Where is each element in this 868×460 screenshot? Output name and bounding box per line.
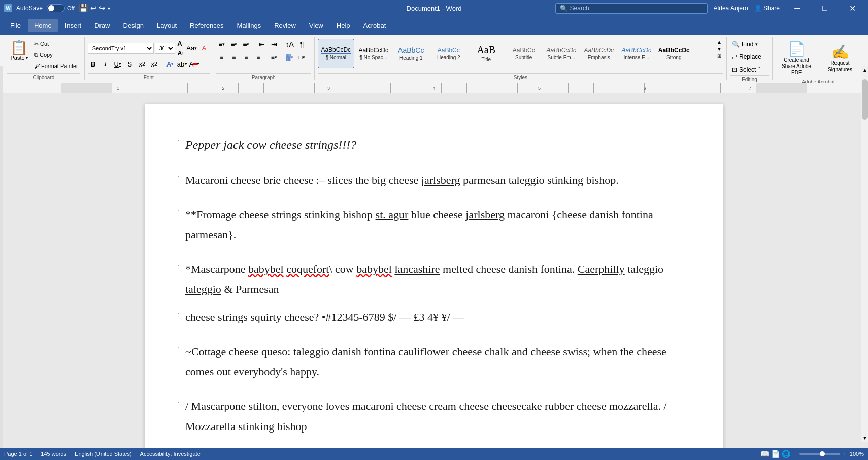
bullets-button[interactable]: ≡▾ xyxy=(216,39,227,50)
change-case-button[interactable]: Aa▾ xyxy=(186,43,197,54)
styles-scroll-up[interactable]: ▲ xyxy=(715,39,723,45)
user-name[interactable]: Aldea Aujero xyxy=(714,5,748,12)
close-button[interactable]: ✕ xyxy=(841,0,864,16)
menu-draw[interactable]: Draw xyxy=(88,19,116,32)
request-signatures-button[interactable]: ✍ Request Signatures xyxy=(820,42,860,75)
style-intense-e[interactable]: AaBbCcDc Intense E... xyxy=(618,39,655,68)
styles-scroll-down[interactable]: ▼ xyxy=(715,46,723,52)
increase-indent-button[interactable]: ⇥ xyxy=(269,39,280,50)
underline-button[interactable]: U▾ xyxy=(112,58,123,70)
web-layout-button[interactable]: 🌐 xyxy=(782,450,790,458)
show-marks-button[interactable]: ¶ xyxy=(296,39,308,50)
scroll-down-button[interactable]: ▼ xyxy=(861,434,868,442)
text-effects-button[interactable]: A▾ xyxy=(164,58,176,70)
multilevel-button[interactable]: ≡▾ xyxy=(241,39,252,50)
scroll-up-button[interactable]: ▲ xyxy=(861,66,868,74)
style-normal[interactable]: AaBbCcDc ¶ Normal xyxy=(318,39,354,68)
left-sidebar-bar[interactable] xyxy=(0,66,3,448)
font-size-select[interactable]: 30 xyxy=(155,43,175,54)
zoom-out-button[interactable]: − xyxy=(794,451,797,457)
borders-button[interactable]: □▾ xyxy=(296,52,308,63)
cut-button[interactable]: ✂ Cut xyxy=(32,39,80,49)
copy-button[interactable]: ⧉ Copy xyxy=(32,50,80,60)
menu-view[interactable]: View xyxy=(303,19,329,32)
shading-button[interactable]: ▓▾ xyxy=(284,52,295,63)
vertical-scrollbar[interactable]: ▲ ▼ xyxy=(861,66,868,442)
font-color-button[interactable]: A ▾ xyxy=(189,58,200,70)
numbering-button[interactable]: ≡▾ xyxy=(228,39,240,50)
style-no-spacing-label: ¶ No Spac... xyxy=(359,55,387,60)
style-heading2[interactable]: AaBbCc Heading 2 xyxy=(430,39,467,68)
align-center-button[interactable]: ≡ xyxy=(228,52,240,63)
bold-button[interactable]: B xyxy=(88,58,99,70)
menu-acrobat[interactable]: Acrobat xyxy=(357,19,392,32)
zoom-slider[interactable] xyxy=(799,453,840,455)
autosave-toggle[interactable]: Off xyxy=(47,4,74,12)
subscript-button[interactable]: x2 xyxy=(137,58,148,70)
find-button[interactable]: 🔍 Find ▾ xyxy=(730,39,760,50)
save-button[interactable]: 💾 xyxy=(79,4,88,13)
accessibility-check[interactable]: Accessibility: Investigate xyxy=(140,451,201,457)
grow-font-button[interactable]: A↑ xyxy=(176,39,185,48)
style-subtitle[interactable]: AaBbCc Subtitle xyxy=(506,39,542,68)
search-input[interactable] xyxy=(570,5,692,12)
restore-button[interactable]: □ xyxy=(813,0,837,16)
document-content: Pepper jack cow cheese strings!!!? Macar… xyxy=(185,134,683,460)
menu-insert[interactable]: Insert xyxy=(59,19,88,32)
styles-expand[interactable]: ⊞ xyxy=(715,53,723,59)
select-button[interactable]: ⊡ Select ˅ xyxy=(730,64,763,75)
format-painter-button[interactable]: 🖌 Format Painter xyxy=(32,61,80,71)
create-pdf-button[interactable]: 📄 Create and Share Adobe PDF xyxy=(777,39,816,78)
style-no-spacing[interactable]: AaBbCcDc ¶ No Spac... xyxy=(355,39,392,68)
minimize-button[interactable]: ─ xyxy=(786,0,809,16)
style-emphasis[interactable]: AaBbCcDc Emphasis xyxy=(581,39,617,68)
print-layout-button[interactable]: 📄 xyxy=(771,450,780,458)
page-info[interactable]: Page 1 of 1 xyxy=(4,451,32,457)
zoom-thumb[interactable] xyxy=(820,451,825,456)
menu-home[interactable]: Home xyxy=(28,19,58,32)
shrink-font-button[interactable]: A↓ xyxy=(176,48,185,57)
zoom-in-button[interactable]: + xyxy=(842,451,845,457)
paragraph-content: ≡▾ ≡▾ ≡▾ ⇤ ⇥ ↕A ¶ ≡ ≡ ≡ ≡ ≡▾ ▓▾ □▾ xyxy=(216,39,311,73)
decrease-indent-button[interactable]: ⇤ xyxy=(256,39,268,50)
style-heading1[interactable]: AaBbCc Heading 1 xyxy=(393,39,429,68)
line-spacing-button[interactable]: ≡▾ xyxy=(269,52,280,63)
paste-button[interactable]: 📋 Paste▾ xyxy=(7,39,31,63)
share-button[interactable]: 👤 Share xyxy=(754,5,780,12)
menu-layout[interactable]: Layout xyxy=(151,19,183,32)
align-left-button[interactable]: ≡ xyxy=(216,52,227,63)
menu-mailings[interactable]: Mailings xyxy=(231,19,268,32)
clear-formatting-button[interactable]: A xyxy=(198,43,210,54)
status-right: 📖 📄 🌐 − + 100% xyxy=(760,450,864,458)
sort-button[interactable]: ↕A xyxy=(284,39,295,50)
menu-file[interactable]: File xyxy=(4,19,27,32)
font-size-controls: A↑ A↓ xyxy=(176,39,185,57)
menu-help[interactable]: Help xyxy=(330,19,356,32)
zoom-level[interactable]: 100% xyxy=(850,451,864,457)
style-subtle-em[interactable]: AaBbCcDc Subtle Em... xyxy=(543,39,580,68)
language[interactable]: English (United States) xyxy=(75,451,132,457)
italic-button[interactable]: I xyxy=(100,58,111,70)
justify-button[interactable]: ≡ xyxy=(253,52,264,63)
style-strong[interactable]: AaBbCcDc Strong xyxy=(656,39,692,68)
font-name-select[interactable]: SecondTry v1 xyxy=(88,43,154,54)
menu-design[interactable]: Design xyxy=(117,19,150,32)
replace-button[interactable]: ⇄ Replace xyxy=(730,51,763,62)
undo-button[interactable]: ↩ xyxy=(90,4,97,13)
menu-review[interactable]: Review xyxy=(268,19,302,32)
scrollbar-thumb[interactable] xyxy=(862,79,868,120)
search-bar[interactable]: 🔍 xyxy=(555,3,708,14)
read-mode-button[interactable]: 📖 xyxy=(760,450,769,458)
menu-references[interactable]: References xyxy=(184,19,229,32)
align-right-button[interactable]: ≡ xyxy=(241,52,252,63)
strikethrough-button[interactable]: S xyxy=(124,58,136,70)
word-count[interactable]: 145 words xyxy=(41,451,66,457)
separator1 xyxy=(162,60,162,68)
style-title[interactable]: AaB Title xyxy=(468,39,505,68)
superscript-button[interactable]: x2 xyxy=(149,58,160,70)
customize-quick-access[interactable]: ▾ xyxy=(108,6,110,11)
page[interactable]: Pepper jack cow cheese strings!!!? Macar… xyxy=(145,104,723,460)
redo-button[interactable]: ↪ xyxy=(99,4,106,13)
autosave-pill[interactable] xyxy=(47,4,65,12)
highlight-color-button[interactable]: ab ▾ xyxy=(177,58,188,70)
